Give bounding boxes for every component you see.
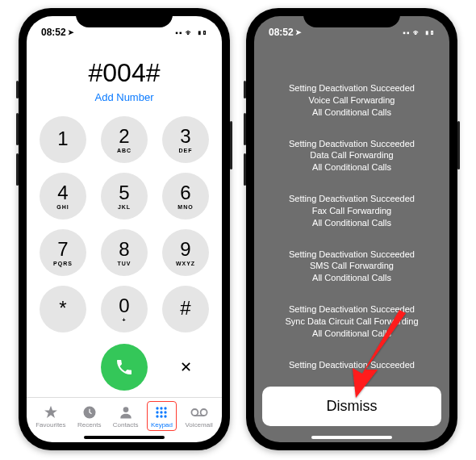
- contact-icon: [118, 404, 134, 421]
- svg-point-5: [157, 411, 159, 413]
- key-6[interactable]: 6MNO: [162, 173, 209, 220]
- svg-point-1: [123, 407, 128, 412]
- svg-point-7: [165, 411, 167, 413]
- phone-frame-left: 08:52 ➤ ▪▪ ᯤ ▮▯ #004# Add Number 1 2ABC …: [19, 8, 230, 450]
- key-star[interactable]: *: [40, 286, 86, 332]
- status-time: 08:52: [269, 27, 294, 38]
- home-indicator[interactable]: [311, 436, 392, 439]
- result-block: Setting Deactivation Succeeded SMS Call …: [289, 249, 415, 285]
- svg-point-12: [200, 409, 207, 416]
- delete-button[interactable]: ✕: [162, 344, 209, 391]
- key-hash[interactable]: #: [162, 286, 209, 332]
- result-block: Setting Deactivation Succeeded: [289, 359, 415, 371]
- phone-frame-right: 08:52 ➤ ▪▪ ᯤ ▮▯ Setting Deactivation Suc…: [246, 8, 457, 450]
- status-bar: 08:52 ➤ ▪▪ ᯤ ▮▯: [27, 16, 222, 42]
- result-block: Setting Deactivation Succeeded Voice Cal…: [289, 82, 415, 119]
- key-9[interactable]: 9WXYZ: [162, 229, 209, 276]
- tab-contacts[interactable]: Contacts: [110, 402, 142, 430]
- delete-icon: ✕: [180, 358, 192, 376]
- svg-point-3: [161, 407, 163, 409]
- dismiss-button[interactable]: Dismiss: [262, 387, 441, 426]
- star-icon: [43, 404, 59, 421]
- voicemail-icon: [190, 404, 209, 421]
- location-icon: ➤: [68, 28, 74, 36]
- key-5[interactable]: 5JKL: [101, 173, 148, 220]
- home-indicator[interactable]: [84, 436, 165, 439]
- svg-point-8: [157, 415, 159, 417]
- call-button[interactable]: [101, 344, 148, 391]
- result-block: Setting Deactivation Succeeded Fax Call …: [289, 193, 415, 229]
- clock-icon: [81, 404, 98, 421]
- status-right-icons: ▪▪ ᯤ ▮▯: [175, 28, 207, 37]
- phone-icon: [115, 358, 134, 377]
- tab-keypad[interactable]: Keypad: [147, 401, 177, 431]
- key-1[interactable]: 1: [40, 116, 86, 163]
- tab-voicemail[interactable]: Voicemail: [182, 402, 215, 430]
- key-3[interactable]: 3DEF: [162, 116, 209, 163]
- svg-point-10: [165, 415, 167, 417]
- svg-point-9: [161, 415, 163, 417]
- dialed-number: #004#: [27, 58, 222, 88]
- result-messages: Setting Deactivation Succeeded Voice Cal…: [254, 42, 449, 387]
- key-7[interactable]: 7PQRS: [40, 229, 86, 276]
- status-time: 08:52: [41, 27, 66, 38]
- screen-result: 08:52 ➤ ▪▪ ᯤ ▮▯ Setting Deactivation Suc…: [254, 16, 449, 442]
- result-block: Setting Deactivation Succeeded Sync Data…: [285, 303, 418, 340]
- key-8[interactable]: 8TUV: [101, 229, 148, 276]
- key-4[interactable]: 4GHI: [40, 173, 86, 220]
- key-0[interactable]: 0+: [101, 286, 148, 332]
- tab-recents[interactable]: Recents: [74, 402, 104, 430]
- tab-bar: Favourites Recents Contacts Keypad Voice…: [27, 397, 222, 433]
- screen-dialer: 08:52 ➤ ▪▪ ᯤ ▮▯ #004# Add Number 1 2ABC …: [27, 16, 222, 442]
- result-block: Setting Deactivation Succeeded Data Call…: [289, 138, 415, 174]
- tab-favourites[interactable]: Favourites: [32, 402, 69, 430]
- status-bar: 08:52 ➤ ▪▪ ᯤ ▮▯: [254, 16, 449, 42]
- dial-display: #004# Add Number: [27, 42, 222, 108]
- key-2[interactable]: 2ABC: [101, 116, 148, 163]
- keypad-icon: [153, 404, 169, 421]
- location-icon: ➤: [295, 28, 302, 36]
- svg-point-4: [165, 407, 167, 409]
- add-number-link[interactable]: Add Number: [27, 91, 222, 103]
- status-right-icons: ▪▪ ᯤ ▮▯: [403, 28, 435, 37]
- keypad: 1 2ABC 3DEF 4GHI 5JKL 6MNO 7PQRS 8TUV 9W…: [27, 108, 222, 341]
- svg-point-11: [191, 409, 198, 416]
- svg-point-6: [161, 411, 163, 413]
- svg-point-2: [157, 407, 159, 409]
